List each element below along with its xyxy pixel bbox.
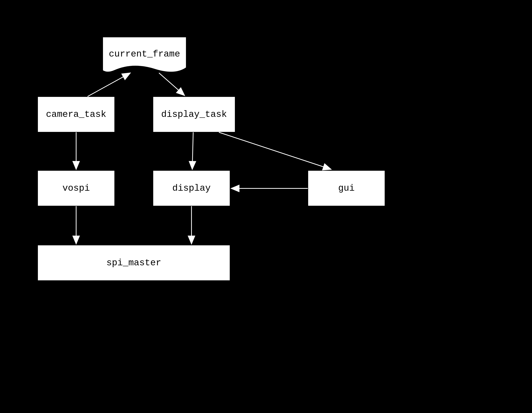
node-display: display <box>153 170 230 206</box>
node-gui-label: gui <box>338 183 355 193</box>
node-camera-task-label: camera_task <box>46 109 106 120</box>
node-spi-master-label: spi_master <box>106 258 161 268</box>
edge-current-frame-to-display-task <box>159 73 185 95</box>
node-display-label: display <box>172 183 211 193</box>
node-camera-task: camera_task <box>38 96 115 132</box>
node-current-frame-label: current_frame <box>103 49 186 59</box>
node-display-task: display_task <box>153 96 235 132</box>
node-spi-master: spi_master <box>38 245 230 281</box>
node-vospi-label: vospi <box>62 183 90 193</box>
node-current-frame: current_frame <box>103 37 186 75</box>
node-vospi: vospi <box>38 170 115 206</box>
edge-camera-task-to-current-frame <box>87 73 130 96</box>
diagram-container: current_frame camera_task display_task v… <box>0 0 532 413</box>
edge-display-task-to-gui <box>219 132 331 169</box>
edge-display-task-to-display <box>192 132 193 169</box>
node-gui: gui <box>308 170 385 206</box>
connectors <box>0 0 532 413</box>
node-display-task-label: display_task <box>161 109 227 120</box>
